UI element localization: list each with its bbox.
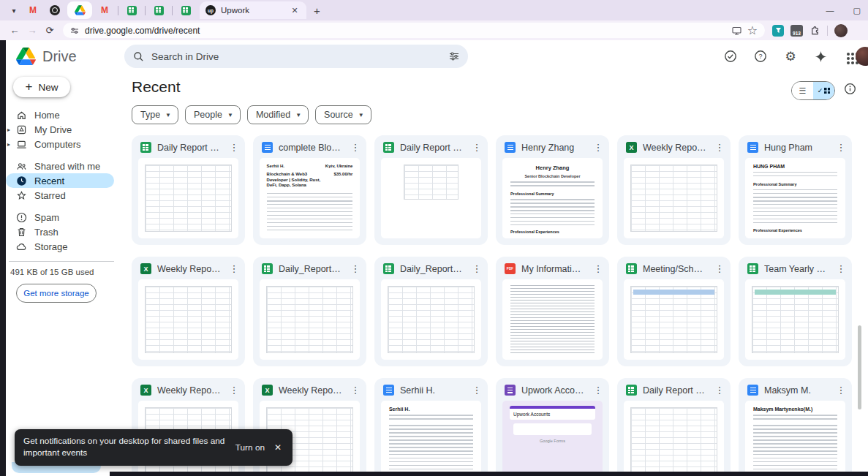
help-icon[interactable]: ?: [753, 49, 768, 64]
sidebar-item-starred[interactable]: Starred: [6, 188, 114, 203]
more-options-button[interactable]: ⋮: [834, 385, 848, 396]
doc-rate: $35.00/hr: [333, 172, 352, 189]
offline-status-icon[interactable]: [723, 49, 738, 64]
window-maximize-button[interactable]: ▢: [853, 6, 861, 15]
drive-logo[interactable]: Drive: [16, 48, 111, 65]
file-card[interactable]: Meeting/Schedules -...⋮: [617, 257, 731, 366]
extensions-puzzle-icon[interactable]: [809, 25, 820, 36]
file-card[interactable]: Daily Report - July, 2025⋮: [617, 378, 731, 476]
new-button[interactable]: + New: [13, 77, 70, 97]
more-options-button[interactable]: ⋮: [349, 263, 362, 274]
gemini-sparkle-icon[interactable]: [813, 49, 828, 64]
reload-button[interactable]: ⟳: [41, 25, 59, 36]
address-bar[interactable]: drive.google.com/drive/recent ☆: [63, 23, 765, 38]
send-to-device-icon[interactable]: [732, 26, 741, 35]
filter-chip-people[interactable]: People▼: [185, 105, 241, 124]
file-card[interactable]: Daily Report - Jun, 2025⋮: [374, 135, 488, 245]
filter-chip-modified[interactable]: Modified▼: [247, 105, 309, 124]
file-icon-glyph: [507, 388, 513, 393]
file-card[interactable]: complete Blockchain...⋮Serhii H.Kyiv, Uk…: [253, 135, 366, 245]
sidebar-item-computers[interactable]: ▸ Computers: [6, 137, 114, 151]
file-card[interactable]: Upwork Accounts⋮Upwork AccountsGoogle Fo…: [496, 378, 609, 476]
sidebar-item-home[interactable]: Home: [6, 107, 114, 122]
more-options-button[interactable]: ⋮: [227, 142, 241, 153]
file-card[interactable]: Daily_Report, July 2025⋮: [253, 257, 366, 366]
filter-chip-label: Source: [324, 110, 353, 120]
taskbar-strip: [110, 472, 868, 476]
pinned-tab-drive-active[interactable]: [67, 1, 92, 19]
file-card[interactable]: Hung Pham⋮HUNG PHAMProfessional SummaryP…: [739, 135, 852, 245]
file-preview: [138, 279, 238, 360]
more-options-button[interactable]: ⋮: [470, 263, 483, 274]
more-options-button[interactable]: ⋮: [349, 142, 362, 153]
sidebar-item-my-drive[interactable]: ▸ My Drive: [6, 122, 114, 137]
pinned-tab-sheets-2[interactable]: [149, 1, 168, 19]
tab-search-chevron-icon[interactable]: ▾: [6, 2, 22, 18]
more-options-button[interactable]: ⋮: [713, 142, 726, 153]
more-options-button[interactable]: ⋮: [227, 385, 241, 396]
window-minimize-button[interactable]: —: [826, 6, 834, 15]
pinned-tab-sheets-3[interactable]: [176, 1, 195, 19]
more-options-button[interactable]: ⋮: [713, 263, 726, 274]
more-options-button[interactable]: ⋮: [227, 263, 241, 274]
file-card[interactable]: XWeekly Report - May,...⋮: [132, 257, 245, 366]
file-card[interactable]: Daily_Report, June 2025⋮: [374, 257, 488, 366]
back-button[interactable]: ←: [6, 25, 23, 36]
pinned-tab-gmail[interactable]: M: [23, 1, 42, 19]
filter-chip-type[interactable]: Type▼: [132, 105, 178, 124]
scrollbar-thumb[interactable]: [858, 325, 861, 409]
doc-role: Blockchain & Web3 Developer | Solidity, …: [267, 172, 330, 189]
file-card[interactable]: Serhii H.⋮Serhii H.: [374, 378, 488, 476]
pinned-tab-dark-app[interactable]: [45, 1, 64, 19]
file-card[interactable]: Team Yearly Plan - 2025⋮: [739, 257, 852, 366]
sidebar-item-shared-with-me[interactable]: Shared with me: [6, 159, 114, 173]
sidebar-item-spam[interactable]: Spam: [6, 210, 114, 224]
sidebar-item-trash[interactable]: Trash: [6, 224, 114, 239]
search-bar[interactable]: Search in Drive: [124, 45, 468, 68]
screen: ▾ M M up Upwork ✕ + — ▢: [0, 0, 868, 476]
more-options-button[interactable]: ⋮: [349, 385, 362, 396]
more-options-button[interactable]: ⋮: [470, 385, 483, 396]
search-options-icon[interactable]: [449, 51, 459, 61]
pinned-tab-gmail-2[interactable]: M: [95, 1, 114, 19]
file-card[interactable]: Maksym M.⋮Maksym Martynenko(M.): [739, 378, 852, 476]
get-more-storage-button[interactable]: Get more storage: [16, 284, 97, 303]
new-tab-button[interactable]: +: [314, 4, 320, 17]
more-options-button[interactable]: ⋮: [592, 263, 605, 274]
sidebar-item-recent[interactable]: Recent: [6, 173, 114, 188]
more-options-button[interactable]: ⋮: [592, 142, 605, 153]
toast-turn-on-button[interactable]: Turn on: [235, 442, 265, 453]
tab-upwork[interactable]: up Upwork ✕: [200, 1, 306, 19]
teal-extension-icon[interactable]: [772, 25, 784, 37]
sidebar-item-storage[interactable]: Storage: [6, 239, 114, 254]
expand-caret-icon[interactable]: ▸: [7, 126, 10, 133]
document-preview: Henry ZhangSenior Blockchain DeveloperPr…: [510, 162, 595, 234]
sidebar-item-label: Shared with me: [34, 161, 100, 172]
filter-chip-source[interactable]: Source▼: [315, 105, 371, 124]
file-card[interactable]: XWeekly Report - June,...⋮: [617, 135, 731, 245]
toast-close-icon[interactable]: ✕: [272, 442, 284, 453]
more-options-button[interactable]: ⋮: [834, 142, 848, 153]
browser-profile-avatar[interactable]: [834, 24, 848, 37]
forward-button[interactable]: →: [23, 25, 41, 36]
pinned-tab-sheets-1[interactable]: [122, 1, 141, 19]
file-icon-glyph: [750, 145, 756, 150]
file-preview: [624, 401, 724, 476]
more-options-button[interactable]: ⋮: [592, 385, 605, 396]
file-card[interactable]: Daily Report - May, 2025⋮: [132, 135, 245, 245]
more-options-button[interactable]: ⋮: [834, 263, 848, 274]
site-info-icon[interactable]: [70, 26, 79, 35]
grid-view-button[interactable]: ✓: [813, 82, 834, 99]
details-info-icon[interactable]: [844, 83, 856, 95]
more-options-button[interactable]: ⋮: [713, 385, 726, 396]
file-card-header: Daily_Report, July 2025⋮: [253, 257, 366, 279]
file-card[interactable]: Henry Zhang⋮Henry ZhangSenior Blockchain…: [496, 135, 609, 245]
bookmark-star-icon[interactable]: ☆: [747, 23, 758, 37]
extension-badge[interactable]: 913: [790, 25, 803, 37]
settings-gear-icon[interactable]: ⚙: [783, 49, 798, 64]
tab-close-icon[interactable]: ✕: [289, 4, 301, 16]
more-options-button[interactable]: ⋮: [470, 142, 483, 153]
file-card[interactable]: PDFMy Information.pdf⋮: [496, 257, 609, 366]
expand-caret-icon[interactable]: ▸: [7, 141, 10, 148]
list-view-button[interactable]: ☰: [792, 82, 813, 99]
